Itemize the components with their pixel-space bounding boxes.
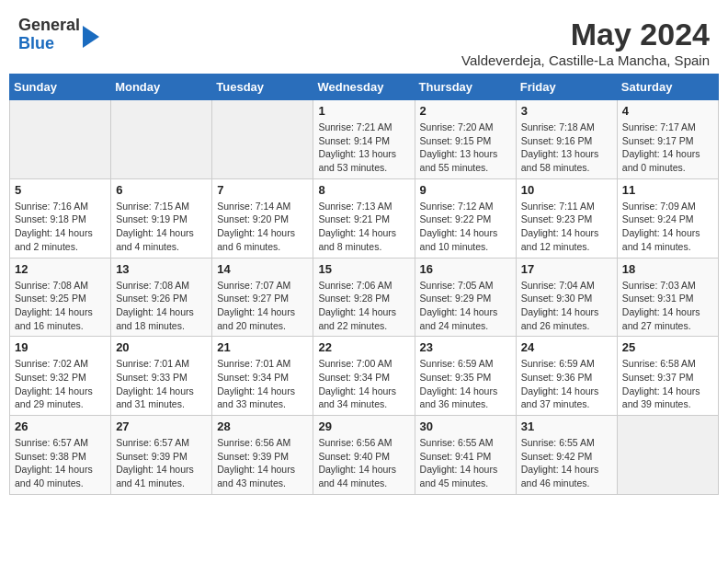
day-number: 25 [622,340,713,354]
calendar-cell: 22Sunrise: 7:00 AMSunset: 9:34 PMDayligh… [313,337,415,416]
month-year-title: May 2024 [461,17,710,52]
calendar-week-2: 5Sunrise: 7:16 AMSunset: 9:18 PMDaylight… [10,178,719,258]
day-number: 11 [622,183,713,197]
cell-sun-info: Sunrise: 7:08 AMSunset: 9:25 PMDaylight:… [15,279,106,333]
cell-sun-info: Sunrise: 7:16 AMSunset: 9:18 PMDaylight:… [15,200,106,254]
calendar-cell: 5Sunrise: 7:16 AMSunset: 9:18 PMDaylight… [10,178,111,258]
day-number: 29 [318,419,409,433]
cell-sun-info: Sunrise: 7:15 AMSunset: 9:19 PMDaylight:… [116,200,207,254]
calendar-cell: 20Sunrise: 7:01 AMSunset: 9:33 PMDayligh… [111,337,212,416]
calendar-cell: 26Sunrise: 6:57 AMSunset: 9:38 PMDayligh… [10,416,111,495]
logo-blue: Blue [18,35,80,53]
calendar-cell [10,100,111,179]
day-header-friday: Friday [516,75,617,100]
day-header-wednesday: Wednesday [313,75,415,100]
cell-sun-info: Sunrise: 6:56 AMSunset: 9:39 PMDaylight:… [217,436,308,490]
day-number: 7 [217,183,308,197]
day-number: 12 [15,262,106,276]
day-number: 2 [420,104,511,118]
cell-sun-info: Sunrise: 7:04 AMSunset: 9:30 PMDaylight:… [521,279,612,333]
calendar-cell: 14Sunrise: 7:07 AMSunset: 9:27 PMDayligh… [212,258,313,337]
cell-sun-info: Sunrise: 7:11 AMSunset: 9:23 PMDaylight:… [521,200,612,254]
calendar-cell [617,416,718,495]
day-header-sunday: Sunday [10,75,111,100]
calendar-cell: 21Sunrise: 7:01 AMSunset: 9:34 PMDayligh… [212,337,313,416]
day-number: 19 [15,340,106,354]
calendar-cell: 13Sunrise: 7:08 AMSunset: 9:26 PMDayligh… [111,258,212,337]
calendar-cell: 18Sunrise: 7:03 AMSunset: 9:31 PMDayligh… [617,258,718,337]
day-number: 18 [622,262,713,276]
calendar-cell: 24Sunrise: 6:59 AMSunset: 9:36 PMDayligh… [516,337,617,416]
calendar-cell: 7Sunrise: 7:14 AMSunset: 9:20 PMDaylight… [212,178,313,258]
day-number: 5 [15,183,106,197]
day-header-monday: Monday [111,75,212,100]
calendar-cell: 25Sunrise: 6:58 AMSunset: 9:37 PMDayligh… [617,337,718,416]
day-header-thursday: Thursday [415,75,516,100]
cell-sun-info: Sunrise: 6:55 AMSunset: 9:42 PMDaylight:… [521,436,612,490]
calendar-week-4: 19Sunrise: 7:02 AMSunset: 9:32 PMDayligh… [10,337,719,416]
cell-sun-info: Sunrise: 7:17 AMSunset: 9:17 PMDaylight:… [622,121,713,175]
cell-sun-info: Sunrise: 7:00 AMSunset: 9:34 PMDaylight:… [318,357,409,411]
calendar-cell: 10Sunrise: 7:11 AMSunset: 9:23 PMDayligh… [516,178,617,258]
day-number: 21 [217,340,308,354]
day-number: 27 [116,419,207,433]
logo-general: General [18,17,80,35]
calendar-cell: 2Sunrise: 7:20 AMSunset: 9:15 PMDaylight… [415,100,516,179]
logo-arrow-icon [83,26,99,48]
calendar-cell: 12Sunrise: 7:08 AMSunset: 9:25 PMDayligh… [10,258,111,337]
cell-sun-info: Sunrise: 6:57 AMSunset: 9:39 PMDaylight:… [116,436,207,490]
cell-sun-info: Sunrise: 7:06 AMSunset: 9:28 PMDaylight:… [318,279,409,333]
calendar-week-1: 1Sunrise: 7:21 AMSunset: 9:14 PMDaylight… [10,100,719,179]
day-number: 9 [420,183,511,197]
calendar-week-3: 12Sunrise: 7:08 AMSunset: 9:25 PMDayligh… [10,258,719,337]
logo: General Blue [18,17,99,53]
location-subtitle: Valdeverdeja, Castille-La Mancha, Spain [461,52,710,68]
calendar-cell: 11Sunrise: 7:09 AMSunset: 9:24 PMDayligh… [617,178,718,258]
cell-sun-info: Sunrise: 6:57 AMSunset: 9:38 PMDaylight:… [15,436,106,490]
calendar-cell: 27Sunrise: 6:57 AMSunset: 9:39 PMDayligh… [111,416,212,495]
day-number: 17 [521,262,612,276]
day-number: 1 [318,104,409,118]
calendar-cell: 8Sunrise: 7:13 AMSunset: 9:21 PMDaylight… [313,178,415,258]
page-header: General Blue May 2024 Valdeverdeja, Cast… [9,9,719,74]
day-number: 4 [622,104,713,118]
calendar-week-5: 26Sunrise: 6:57 AMSunset: 9:38 PMDayligh… [10,416,719,495]
cell-sun-info: Sunrise: 7:20 AMSunset: 9:15 PMDaylight:… [420,121,511,175]
day-number: 10 [521,183,612,197]
day-number: 15 [318,262,409,276]
day-number: 20 [116,340,207,354]
day-number: 14 [217,262,308,276]
calendar-cell: 30Sunrise: 6:55 AMSunset: 9:41 PMDayligh… [415,416,516,495]
calendar-cell: 17Sunrise: 7:04 AMSunset: 9:30 PMDayligh… [516,258,617,337]
calendar-cell: 23Sunrise: 6:59 AMSunset: 9:35 PMDayligh… [415,337,516,416]
cell-sun-info: Sunrise: 6:59 AMSunset: 9:35 PMDaylight:… [420,357,511,411]
calendar-cell: 31Sunrise: 6:55 AMSunset: 9:42 PMDayligh… [516,416,617,495]
calendar-cell: 29Sunrise: 6:56 AMSunset: 9:40 PMDayligh… [313,416,415,495]
day-number: 31 [521,419,612,433]
calendar-cell [212,100,313,179]
cell-sun-info: Sunrise: 7:01 AMSunset: 9:34 PMDaylight:… [217,357,308,411]
calendar-cell: 19Sunrise: 7:02 AMSunset: 9:32 PMDayligh… [10,337,111,416]
cell-sun-info: Sunrise: 7:14 AMSunset: 9:20 PMDaylight:… [217,200,308,254]
day-number: 26 [15,419,106,433]
cell-sun-info: Sunrise: 6:58 AMSunset: 9:37 PMDaylight:… [622,357,713,411]
day-number: 6 [116,183,207,197]
cell-sun-info: Sunrise: 7:21 AMSunset: 9:14 PMDaylight:… [318,121,409,175]
cell-sun-info: Sunrise: 7:09 AMSunset: 9:24 PMDaylight:… [622,200,713,254]
day-number: 30 [420,419,511,433]
calendar-cell: 1Sunrise: 7:21 AMSunset: 9:14 PMDaylight… [313,100,415,179]
cell-sun-info: Sunrise: 7:02 AMSunset: 9:32 PMDaylight:… [15,357,106,411]
cell-sun-info: Sunrise: 7:13 AMSunset: 9:21 PMDaylight:… [318,200,409,254]
calendar-body: 1Sunrise: 7:21 AMSunset: 9:14 PMDaylight… [10,100,719,495]
calendar-cell: 9Sunrise: 7:12 AMSunset: 9:22 PMDaylight… [415,178,516,258]
cell-sun-info: Sunrise: 7:12 AMSunset: 9:22 PMDaylight:… [420,200,511,254]
day-number: 28 [217,419,308,433]
cell-sun-info: Sunrise: 7:01 AMSunset: 9:33 PMDaylight:… [116,357,207,411]
cell-sun-info: Sunrise: 7:05 AMSunset: 9:29 PMDaylight:… [420,279,511,333]
cell-sun-info: Sunrise: 7:08 AMSunset: 9:26 PMDaylight:… [116,279,207,333]
cell-sun-info: Sunrise: 6:56 AMSunset: 9:40 PMDaylight:… [318,436,409,490]
cell-sun-info: Sunrise: 6:59 AMSunset: 9:36 PMDaylight:… [521,357,612,411]
calendar-cell: 3Sunrise: 7:18 AMSunset: 9:16 PMDaylight… [516,100,617,179]
day-number: 13 [116,262,207,276]
cell-sun-info: Sunrise: 6:55 AMSunset: 9:41 PMDaylight:… [420,436,511,490]
